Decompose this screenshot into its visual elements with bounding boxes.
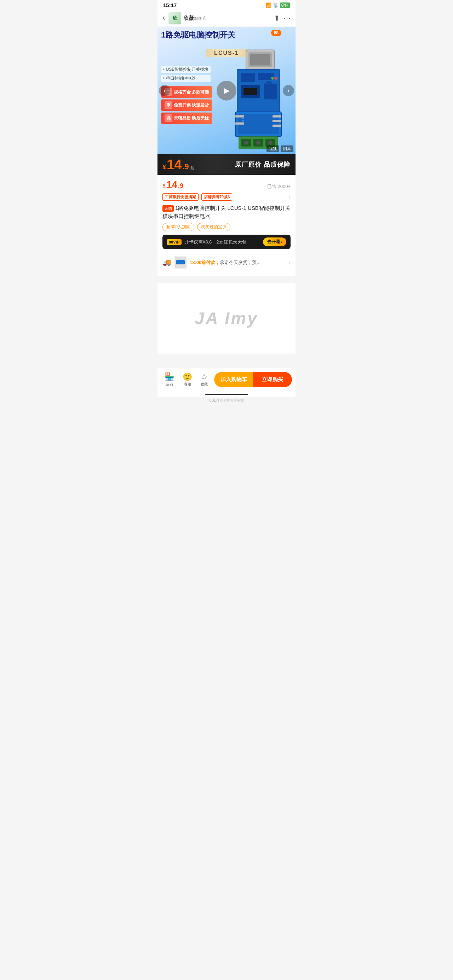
tmall-badge: 天猫 (162, 205, 174, 212)
vip-text: 开卡仅需¥8.8，2元红包天天领 (184, 239, 263, 245)
status-time: 15:17 (163, 2, 176, 8)
service-label: 客服 (184, 382, 191, 387)
wifi-icon: 📡 (273, 3, 278, 8)
coupon-arrow[interactable]: › (289, 194, 291, 200)
svg-point-26 (271, 77, 274, 80)
header-icons: ⬆ ⋯ (274, 14, 291, 22)
invoice-icon: 享 (165, 101, 172, 109)
svg-point-17 (244, 140, 248, 145)
battery-badge: 84+ (280, 3, 290, 8)
badge-invoice[interactable]: 享 免费开票 快速发货 (161, 99, 212, 111)
home-indicator (157, 391, 296, 397)
price-integer: 14 (166, 179, 177, 191)
service-icon: 🙂 (183, 372, 192, 382)
content-area: JA Imy (157, 283, 296, 353)
price-decimal: .9 (178, 182, 183, 190)
coupon-tag-1[interactable]: 店铺券满70减3 (201, 193, 232, 200)
banner-price-integer: 14 (167, 158, 181, 171)
play-button[interactable]: ▶ (216, 81, 237, 100)
svg-rect-8 (243, 88, 257, 95)
badge-quality[interactable]: 品 天猫品质 购后无忧 (161, 113, 212, 124)
badge-quality-text: 天猫品质 购后无忧 (174, 115, 209, 121)
svg-point-25 (275, 77, 277, 80)
home-bar (205, 394, 248, 395)
banner-price-symbol: ¥ (162, 164, 166, 171)
tags-row: 超300人加购 我买过的宝贝 (162, 223, 291, 231)
price-display: ¥ 14 .9 (162, 179, 183, 191)
store-icon: 🏪 (165, 372, 174, 382)
bottom-bar: 🏪 店铺 🙂 客服 ☆ 收藏 加入购物车 立即购买 (157, 368, 296, 391)
vip-btn-arrow: › (281, 240, 282, 245)
favorite-label: 收藏 (201, 382, 208, 387)
delivery-text: 18:00前付款，承诺今天发货，预... (190, 259, 261, 266)
banner-price: ¥ 14 .9 起 (162, 158, 195, 171)
tag-popular[interactable]: 超300人加购 (162, 223, 194, 231)
svg-rect-4 (241, 73, 255, 82)
vip-row: 88VIP 开卡仅需¥8.8，2元红包天天领 去开通 › (162, 235, 291, 249)
status-bar: 15:17 📶 📡 84+ (157, 0, 296, 10)
svg-rect-9 (264, 84, 277, 99)
badge-invoice-text: 免费开票 快速发货 (174, 102, 209, 108)
video-tab[interactable]: 视频 (267, 145, 279, 152)
delivery-thumbnail (174, 256, 187, 269)
store-name-block: 欣薇旗舰店 (183, 15, 207, 22)
store-logo: 欣 (168, 12, 181, 24)
spacer (157, 276, 296, 283)
coupon-tag-0[interactable]: 工商银行免密满减 (162, 193, 199, 200)
signal-icon: 📶 (266, 3, 272, 8)
store-header: ‹ 欣 欣薇旗舰店 ⬆ ⋯ (157, 10, 296, 27)
svg-rect-20 (272, 115, 281, 118)
svg-point-19 (268, 140, 272, 145)
play-icon: ▶ (224, 86, 230, 95)
vip-activate-button[interactable]: 去开通 › (263, 237, 286, 246)
delivery-icon: 🚚 (162, 258, 171, 267)
store-name: 欣薇旗舰店 (183, 15, 207, 22)
favorite-icon-btn[interactable]: ☆ 收藏 (197, 371, 211, 388)
svg-rect-23 (235, 115, 244, 118)
bottom-icons: 🏪 店铺 🙂 客服 ☆ 收藏 (161, 371, 211, 388)
buy-now-button[interactable]: 立即购买 (253, 372, 292, 387)
delivery-desc: 承诺今天发货，预... (220, 260, 261, 265)
banner-slogan: 原厂原价 品质保障 (235, 160, 291, 169)
share-icon[interactable]: ⬆ (274, 14, 280, 22)
next-image-button[interactable]: › (283, 85, 294, 96)
feature-item: • 串口控制继电器 (161, 75, 211, 82)
back-button[interactable]: ‹ (162, 13, 165, 23)
price-row: ¥ 14 .9 已售 2000+ (162, 179, 291, 191)
service-icon-btn[interactable]: 🙂 客服 (179, 371, 196, 388)
gallery-tab[interactable]: 图集 (281, 145, 293, 152)
tag-bought[interactable]: 我买过的宝贝 (197, 223, 230, 231)
price-symbol: ¥ (162, 183, 165, 189)
bottom-spacer (157, 353, 296, 368)
product-title: 天猫1路免驱电脑控制开关 LCUS-1 USB智能控制开关模块串口控制继电器 (162, 204, 291, 220)
svg-rect-2 (250, 54, 270, 65)
action-buttons: 加入购物车 立即购买 (214, 372, 292, 387)
svg-rect-28 (176, 260, 185, 264)
svg-rect-24 (235, 123, 244, 124)
watermark: CSDN ©飞奔的模羊制 (157, 397, 296, 404)
vip-btn-text: 去开通 (267, 239, 280, 245)
feature-item: • USB智能控制开关模块 (161, 66, 211, 73)
favorite-icon: ☆ (201, 372, 208, 382)
store-label: 店铺 (166, 382, 173, 387)
product-image-area: 1路免驱电脑控制开关 LCUS-1 • USB智能控制开关模块 • 串口控制继电… (157, 27, 296, 154)
view-tabs: 视频 图集 (267, 145, 293, 152)
add-to-cart-button[interactable]: 加入购物车 (214, 372, 253, 387)
banner-price-suffix: 起 (191, 165, 195, 171)
delivery-arrow[interactable]: › (289, 259, 291, 266)
badge-spec-text: 规格齐全 多款可选 (174, 89, 209, 95)
svg-rect-21 (272, 120, 281, 122)
quality-icon: 品 (165, 114, 172, 122)
delivery-row[interactable]: 🚚 18:00前付款，承诺今天发货，预... › (162, 253, 291, 272)
price-banner: ¥ 14 .9 起 原厂原价 品质保障 (157, 154, 296, 175)
badge-88vip: 88 (271, 30, 281, 36)
coupons-row[interactable]: 工商银行免密满减 店铺券满70减3 › (162, 193, 291, 200)
more-icon[interactable]: ⋯ (283, 14, 291, 22)
product-info-section: ¥ 14 .9 已售 2000+ 工商银行免密满减 店铺券满70减3 › 天猫1… (157, 175, 296, 276)
product-features: • USB智能控制开关模块 • 串口控制继电器 (161, 66, 211, 82)
sold-count: 已售 2000+ (267, 183, 291, 190)
prev-image-button[interactable]: ‹ (159, 85, 170, 96)
ja-imy-text: JA Imy (195, 309, 258, 328)
store-icon-btn[interactable]: 🏪 店铺 (161, 371, 178, 388)
svg-point-18 (256, 140, 261, 145)
